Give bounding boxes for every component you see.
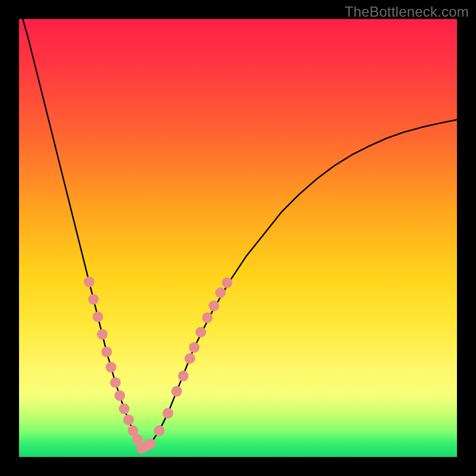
marker-dot xyxy=(88,294,99,305)
marker-dot xyxy=(84,277,95,287)
plot-area xyxy=(19,19,457,457)
marker-dot xyxy=(92,311,103,322)
marker-dot xyxy=(119,403,130,414)
marker-dot xyxy=(178,371,189,381)
marker-dot xyxy=(171,386,182,397)
marker-dot xyxy=(106,362,117,372)
marker-dot xyxy=(123,414,134,425)
chart-svg xyxy=(19,19,457,457)
marker-dot xyxy=(222,277,233,288)
marker-dot xyxy=(202,312,212,323)
marker-dot xyxy=(114,390,125,401)
near-minimum-markers xyxy=(84,277,233,454)
marker-dot xyxy=(195,327,206,337)
chart-frame: TheBottleneck.com xyxy=(0,0,476,476)
bottleneck-curve xyxy=(19,19,457,448)
marker-dot xyxy=(189,342,199,353)
marker-dot xyxy=(110,377,121,388)
marker-dot xyxy=(101,346,112,357)
marker-dot xyxy=(215,287,226,298)
marker-dot xyxy=(209,300,220,311)
watermark-label: TheBottleneck.com xyxy=(345,4,469,20)
marker-dot xyxy=(184,353,195,364)
marker-dot xyxy=(162,408,173,418)
marker-dot xyxy=(97,329,108,340)
marker-dot xyxy=(145,439,156,449)
marker-dot xyxy=(154,425,165,436)
